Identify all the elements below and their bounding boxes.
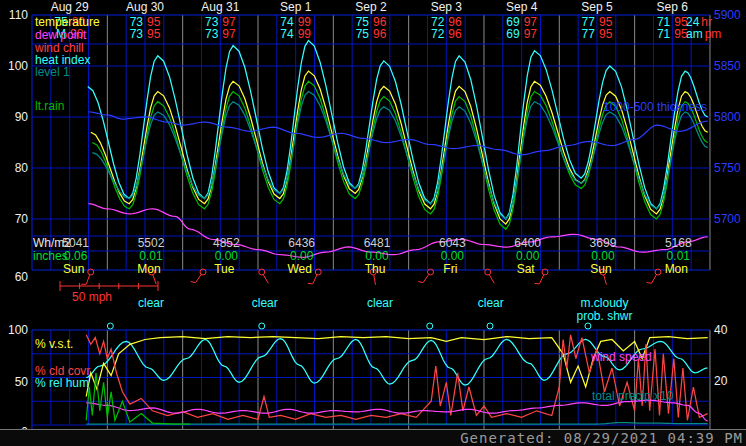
temp-pair-row2: 6997: [506, 28, 537, 40]
total-precip-label: total precip x10: [592, 390, 673, 402]
temp-pair-row2: 7795: [582, 28, 613, 40]
solar-value: 5502: [138, 237, 165, 249]
temp-low-value: 75: [356, 28, 369, 40]
temp-low-value: 73: [205, 28, 218, 40]
rain-value: 0.06: [64, 250, 87, 262]
date-label: Sep 1: [280, 1, 311, 13]
bottom-legend--rel-hum: % rel hum: [35, 377, 89, 389]
condition-label: clear: [478, 297, 504, 309]
bottom-y-tick-left: 100: [0, 324, 28, 336]
weekday-label: Sun: [63, 263, 84, 275]
corner-am: am: [686, 28, 703, 40]
weekday-label: Tue: [214, 263, 234, 275]
temp-high-value: 99: [298, 28, 311, 40]
rain-value: 0.00: [215, 250, 238, 262]
temp-high-value: 96: [448, 28, 461, 40]
weekday-label: Wed: [287, 263, 311, 275]
rain-value: 0.01: [667, 250, 690, 262]
solar-value: 5168: [665, 237, 692, 249]
y-axis-tick-left: 60: [0, 271, 28, 283]
temp-pair-row2: 7395: [130, 28, 161, 40]
y-axis-tick-left: 90: [0, 111, 28, 123]
y-axis-tick-right: 5900: [714, 9, 741, 21]
bottom-y-tick-right: 20: [714, 375, 727, 387]
temp-low-value: 74: [280, 28, 293, 40]
temp-pair-row2: 7195: [657, 28, 688, 40]
rain-value: 0.00: [516, 250, 539, 262]
condition-label-line2: prob. shwr: [576, 310, 632, 322]
legend-temperature: temperature: [35, 16, 100, 28]
y-axis-tick-right: 5750: [714, 162, 741, 174]
temp-low-value: 77: [582, 28, 595, 40]
weekday-label: Mon: [665, 263, 688, 275]
date-label: Sep 6: [657, 1, 688, 13]
bottom-y-tick-left: 50: [0, 376, 28, 388]
rain-row-label: inches: [33, 250, 68, 262]
temp-pair-row2: 7596: [356, 28, 387, 40]
temp-low-value: 72: [431, 28, 444, 40]
y-axis-tick-left: 100: [0, 60, 28, 72]
temp-high-value: 95: [599, 28, 612, 40]
label-layer: 1000-500 thickness Wh/m2 inches 50 mph w…: [0, 0, 746, 446]
weekday-label: Fri: [443, 263, 457, 275]
legend-lt-rain: lt.rain: [35, 100, 64, 112]
rain-value: 0.00: [290, 250, 313, 262]
solar-value: 6400: [514, 237, 541, 249]
temp-low-value: 69: [506, 28, 519, 40]
thickness-label: 1000-500 thickness: [603, 101, 707, 113]
wind-speed-label: wind speed: [591, 351, 652, 363]
y-axis-tick-left: 80: [0, 162, 28, 174]
date-label: Aug 31: [201, 1, 239, 13]
weekday-label: Sat: [517, 263, 535, 275]
temp-pair-row2: 7499: [280, 28, 311, 40]
rain-value: 0.00: [365, 250, 388, 262]
temp-high-value: 97: [222, 28, 235, 40]
solar-value: 6043: [439, 237, 466, 249]
temp-pair-row2: 7296: [431, 28, 462, 40]
wind-scale-label: 50 mph: [72, 291, 112, 303]
weekday-label: Thu: [365, 263, 386, 275]
generated-timestamp: Generated: 08/29/2021 04:39 PM: [460, 430, 743, 446]
rain-value: 0.00: [441, 250, 464, 262]
solar-value: 6481: [364, 237, 391, 249]
solar-value: 5041: [62, 237, 89, 249]
condition-label: m.cloudy: [580, 297, 628, 309]
condition-label: clear: [367, 297, 393, 309]
corner-pm: pm: [705, 28, 722, 40]
bottom-y-tick-right: 40: [714, 324, 727, 336]
legend-level-1: level 1: [35, 66, 70, 78]
temp-low-value: 73: [130, 28, 143, 40]
rain-value: 0.01: [139, 250, 162, 262]
condition-label: clear: [138, 297, 164, 309]
solar-value: 3699: [590, 237, 617, 249]
y-axis-tick-right: 5700: [714, 213, 741, 225]
y-axis-tick-right: 5850: [714, 60, 741, 72]
y-axis-tick-left: 110: [0, 9, 28, 21]
date-label: Sep 3: [431, 1, 462, 13]
date-label: Sep 5: [581, 1, 612, 13]
y-axis-tick-left: 70: [0, 213, 28, 225]
date-label: Sep 2: [355, 1, 386, 13]
date-label: Sep 4: [506, 1, 537, 13]
date-label: Aug 30: [126, 1, 164, 13]
date-label: Aug 29: [51, 1, 89, 13]
weekday-label: Mon: [137, 263, 160, 275]
status-bar: Generated: 08/29/2021 04:39 PM: [0, 429, 746, 446]
legend-dew-point: dew point: [35, 29, 86, 41]
corner-legend-row2: am pm: [686, 28, 721, 40]
temp-low-value: 71: [657, 28, 670, 40]
temp-high-value: 95: [674, 28, 687, 40]
solar-value: 6436: [288, 237, 315, 249]
weekday-label: Sun: [590, 263, 611, 275]
temp-pair-row2: 7397: [205, 28, 236, 40]
rain-value: 0.00: [591, 250, 614, 262]
bottom-legend--v-s-t-: % v.s.t.: [35, 338, 73, 350]
meteogram-window: 1000-500 thickness Wh/m2 inches 50 mph w…: [0, 0, 746, 446]
temp-high-value: 95: [147, 28, 160, 40]
temp-high-value: 97: [524, 28, 537, 40]
y-axis-tick-right: 5800: [714, 111, 741, 123]
temp-high-value: 96: [373, 28, 386, 40]
solar-value: 4852: [213, 237, 240, 249]
condition-label: clear: [252, 297, 278, 309]
